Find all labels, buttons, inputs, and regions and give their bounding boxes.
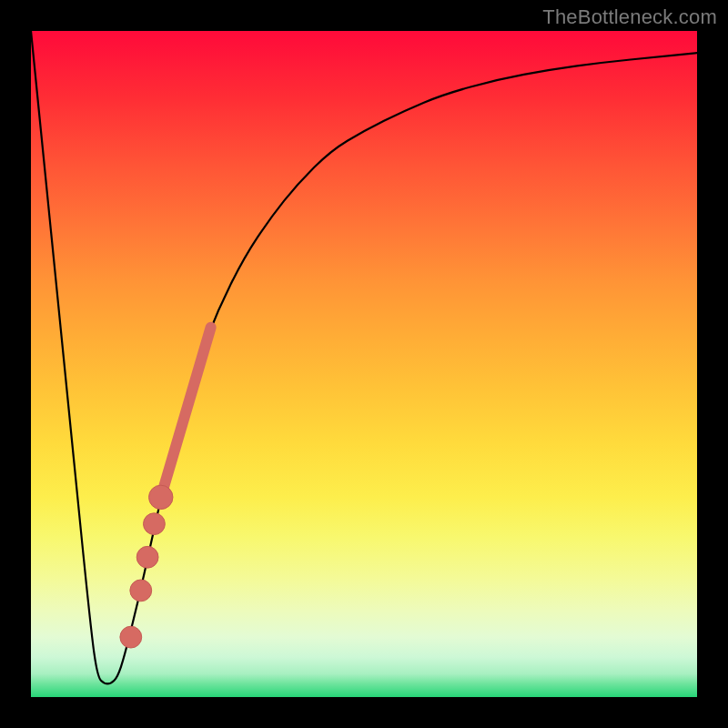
marker-dot [149, 485, 173, 509]
watermark-text: TheBottleneck.com [542, 5, 717, 29]
plot-area [31, 31, 697, 697]
markers-group [120, 485, 173, 648]
marker-dot [144, 513, 166, 535]
chart-frame: TheBottleneck.com [0, 0, 728, 728]
thick-segment [161, 328, 211, 498]
curve-svg [31, 31, 697, 697]
marker-dot [136, 546, 158, 568]
marker-dot [120, 626, 142, 648]
marker-dot [130, 580, 152, 602]
